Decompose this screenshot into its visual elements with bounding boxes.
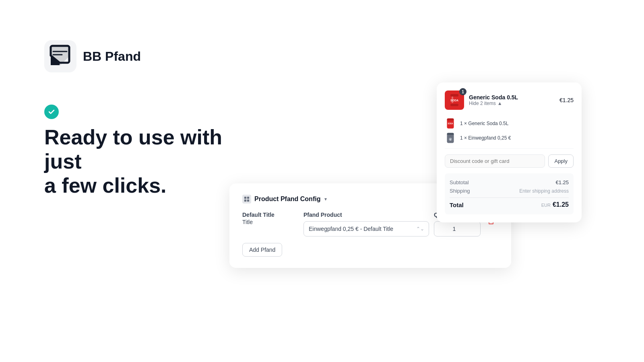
- product-price: €1.25: [559, 97, 574, 103]
- total-label: Total: [450, 202, 464, 208]
- pfand-product-col: Pfand Product Einwegpfand 0,25 € - Defau…: [303, 212, 429, 237]
- svg-rect-14: [247, 197, 249, 199]
- discount-input[interactable]: [445, 154, 545, 168]
- default-label: Default Title: [242, 212, 299, 218]
- cart-item-row: € 1 × Einwegpfand 0,25 €: [445, 131, 574, 145]
- total-currency: EUR: [541, 203, 551, 208]
- pfand-product-select-wrapper: Einwegpfand 0,25 € - Default Title ⌃⌄: [303, 221, 429, 237]
- item-thumb-soda: SODA: [445, 118, 456, 129]
- cart-totals: Subtotal €1.25 Shipping Enter shipping a…: [445, 173, 574, 214]
- item-label-pfand: 1 × Einwegpfand 0,25 €: [460, 135, 574, 141]
- cart-badge: 1: [459, 88, 466, 95]
- subtotal-label: Subtotal: [450, 179, 469, 185]
- config-title: Product Pfand Config: [254, 195, 320, 203]
- logo-icon: [44, 40, 76, 72]
- svg-text:SODA: SODA: [450, 99, 458, 102]
- subtotal-value: €1.25: [555, 179, 569, 185]
- cart-items-expanded: SODA 1 × Generic Soda 0.5L € 1 × Einwegp…: [445, 113, 574, 149]
- svg-text:SODA: SODA: [448, 123, 453, 125]
- check-circle-icon: [44, 105, 59, 119]
- pfand-product-select[interactable]: Einwegpfand 0,25 € - Default Title: [303, 221, 429, 237]
- product-image: 1 SODA: [445, 90, 464, 110]
- svg-rect-2: [450, 94, 458, 97]
- hero-text: Ready to use with just a few clicks.: [44, 125, 246, 197]
- item-label-soda: 1 × Generic Soda 0.5L: [460, 121, 574, 126]
- cart-panel: 1 SODA Generic Soda 0.5L Hide 2 items ▲ …: [437, 82, 582, 222]
- apply-button[interactable]: Apply: [548, 154, 574, 168]
- config-label-group: Default Title Title: [242, 212, 299, 225]
- subtotal-row: Subtotal €1.25: [450, 178, 569, 187]
- discount-row: Apply: [445, 154, 574, 168]
- shipping-value: Enter shipping address: [519, 188, 569, 194]
- svg-rect-15: [244, 200, 246, 202]
- hero-area: Ready to use with just a few clicks.: [44, 105, 246, 197]
- svg-rect-3: [450, 104, 458, 106]
- svg-rect-10: [447, 133, 454, 135]
- title-sublabel: Title: [242, 219, 299, 225]
- quantity-input[interactable]: [434, 221, 481, 237]
- svg-rect-7: [447, 119, 454, 121]
- total-value: €1.25: [553, 201, 569, 208]
- cart-item-row: SODA 1 × Generic Soda 0.5L: [445, 116, 574, 131]
- logo-area: BB Pfand: [44, 40, 141, 72]
- hide-items-toggle[interactable]: Hide 2 items ▲: [469, 101, 555, 106]
- config-icon: [242, 195, 251, 204]
- logo-text: BB Pfand: [83, 49, 141, 64]
- cart-product-header: 1 SODA Generic Soda 0.5L Hide 2 items ▲ …: [445, 90, 574, 110]
- shipping-label: Shipping: [450, 188, 470, 194]
- svg-text:€: €: [450, 138, 451, 141]
- pfand-product-header: Pfand Product: [303, 212, 429, 218]
- svg-rect-13: [244, 197, 246, 199]
- item-thumb-pfand: €: [445, 132, 456, 144]
- svg-rect-16: [247, 200, 249, 202]
- shipping-row: Shipping Enter shipping address: [450, 187, 569, 195]
- add-pfand-button[interactable]: Add Pfand: [242, 243, 282, 257]
- config-chevron-icon: ▾: [324, 196, 327, 202]
- product-name: Generic Soda 0.5L: [469, 94, 555, 101]
- cart-product-info: Generic Soda 0.5L Hide 2 items ▲: [469, 94, 555, 106]
- config-title-area: Product Pfand Config ▾: [242, 195, 327, 204]
- total-row: Total EUR €1.25: [450, 197, 569, 210]
- soda-can-icon: SODA: [449, 93, 460, 108]
